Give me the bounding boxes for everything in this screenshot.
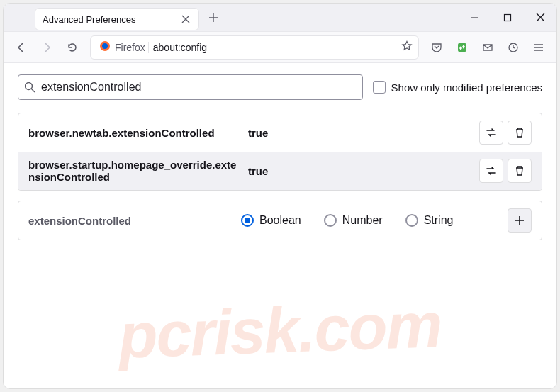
pref-value: true bbox=[248, 127, 472, 139]
navigation-toolbar: Firefox bbox=[4, 32, 556, 63]
url-input[interactable] bbox=[153, 42, 401, 53]
table-row: browser.newtab.extensionControlled true bbox=[18, 113, 542, 152]
radio-string[interactable]: String bbox=[405, 214, 454, 227]
back-button[interactable] bbox=[9, 35, 33, 60]
extension-button[interactable] bbox=[450, 35, 474, 60]
watermark: pcrisk.com bbox=[3, 284, 557, 376]
pref-value: true bbox=[248, 165, 472, 177]
menu-button[interactable] bbox=[527, 35, 551, 60]
new-pref-name: extensionControlled bbox=[28, 215, 241, 227]
titlebar: Advanced Preferences bbox=[4, 4, 556, 32]
type-radio-group: Boolean Number String bbox=[241, 214, 508, 227]
minimize-button[interactable] bbox=[459, 4, 491, 31]
toggle-button[interactable] bbox=[479, 159, 503, 183]
pref-name: browser.newtab.extensionControlled bbox=[28, 127, 241, 139]
reload-button[interactable] bbox=[60, 35, 84, 60]
account-button[interactable] bbox=[501, 35, 525, 60]
svg-point-2 bbox=[102, 43, 108, 49]
tab-title: Advanced Preferences bbox=[43, 14, 180, 25]
table-row: browser.startup.homepage_override.extens… bbox=[18, 152, 542, 190]
browser-tab[interactable]: Advanced Preferences bbox=[35, 8, 199, 30]
about-config-content: Show only modified preferences browser.n… bbox=[4, 63, 556, 252]
show-modified-label: Show only modified preferences bbox=[391, 82, 542, 94]
radio-icon bbox=[405, 214, 418, 227]
window-controls bbox=[459, 4, 556, 31]
pref-name: browser.startup.homepage_override.extens… bbox=[28, 159, 241, 183]
show-modified-toggle[interactable]: Show only modified preferences bbox=[373, 81, 542, 94]
svg-rect-0 bbox=[505, 14, 511, 21]
bookmark-star-icon[interactable] bbox=[401, 40, 414, 54]
toggle-button[interactable] bbox=[479, 121, 503, 145]
address-bar[interactable]: Firefox bbox=[90, 35, 419, 60]
search-preference-box[interactable] bbox=[18, 74, 363, 100]
svg-point-5 bbox=[26, 83, 33, 90]
checkbox-icon bbox=[373, 81, 386, 94]
close-tab-icon[interactable] bbox=[180, 13, 191, 25]
radio-number[interactable]: Number bbox=[324, 214, 383, 227]
new-tab-button[interactable] bbox=[203, 8, 223, 28]
preferences-table: browser.newtab.extensionControlled true … bbox=[18, 113, 542, 191]
add-button[interactable] bbox=[508, 208, 532, 233]
identity-label: Firefox bbox=[115, 42, 149, 53]
radio-icon bbox=[241, 214, 254, 227]
firefox-icon bbox=[95, 40, 115, 54]
radio-icon bbox=[324, 214, 337, 227]
close-window-button[interactable] bbox=[524, 4, 556, 31]
delete-button[interactable] bbox=[508, 121, 532, 145]
radio-boolean[interactable]: Boolean bbox=[241, 214, 301, 227]
search-input[interactable] bbox=[41, 81, 357, 94]
add-pref-row: extensionControlled Boolean Number Strin… bbox=[18, 201, 542, 240]
search-icon bbox=[24, 82, 35, 93]
pocket-button[interactable] bbox=[425, 35, 449, 60]
forward-button[interactable] bbox=[35, 35, 59, 60]
mail-button[interactable] bbox=[476, 35, 500, 60]
svg-rect-3 bbox=[458, 43, 466, 52]
maximize-button[interactable] bbox=[491, 4, 524, 31]
delete-button[interactable] bbox=[508, 159, 532, 183]
